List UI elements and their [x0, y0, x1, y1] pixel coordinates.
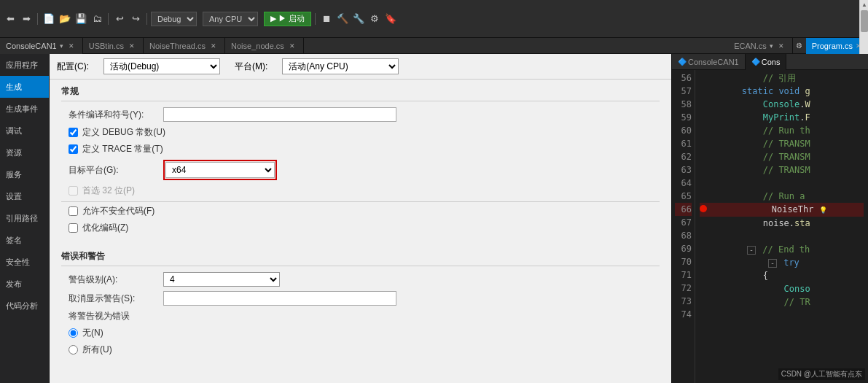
code-line-71: {	[700, 269, 864, 282]
lightbulb-icon: 💡	[819, 206, 827, 214]
redo-icon[interactable]: ↪	[128, 12, 143, 26]
line-num-66: 66	[675, 203, 692, 216]
line-num-59: 59	[675, 111, 692, 124]
breakpoint-dot-66	[700, 205, 707, 212]
stop-icon[interactable]: ⏹	[319, 12, 334, 26]
sidebar-item-build-label: 生成	[6, 82, 22, 93]
define-debug-checkbox[interactable]	[69, 128, 78, 137]
toolbar-separator-2	[108, 13, 109, 25]
build-icon[interactable]: 🔨	[335, 12, 350, 26]
code-line-67: noise.sta	[700, 217, 864, 230]
sidebar-item-refpaths[interactable]: 引用路径	[0, 207, 49, 229]
sidebar-item-events-label: 生成事件	[6, 104, 38, 115]
start-label: ▶ 启动	[278, 13, 305, 24]
comment-61: // TRANSM	[763, 139, 810, 149]
fold-icon-70[interactable]: -	[768, 259, 777, 268]
open-icon[interactable]: 📂	[58, 12, 72, 26]
tab-noise-node-close[interactable]: ✕	[287, 41, 297, 51]
code-67: noise.	[763, 218, 794, 228]
code-line-64	[700, 177, 864, 190]
conditional-compile-input[interactable]	[163, 107, 396, 122]
sidebar-item-publish-label: 发布	[6, 279, 22, 290]
code-tab-consoleCAN1[interactable]: 🔷 ConsoleCAN1	[672, 54, 746, 70]
code-line-57: static void g	[700, 85, 864, 98]
start-button[interactable]: ▶ ▶ 启动	[264, 12, 311, 26]
code-line-65: // Run a	[700, 190, 864, 203]
all-radio-row: 所有(U)	[61, 344, 660, 356]
sidebar-item-services[interactable]: 服务	[0, 163, 49, 185]
tab-usbtin[interactable]: USBtin.cs ✕	[83, 38, 144, 54]
rebuild-icon[interactable]: 🔧	[351, 12, 366, 26]
sidebar-item-events[interactable]: 生成事件	[0, 98, 49, 120]
tab-consoleCAN1[interactable]: ConsoleCAN1 ▾ ✕	[0, 38, 83, 54]
sidebar-item-publish[interactable]: 发布	[0, 273, 49, 295]
define-trace-checkbox[interactable]	[69, 144, 78, 154]
sidebar-item-app-label: 应用程序	[6, 60, 38, 71]
tab-noise-node[interactable]: Noise_node.cs ✕	[225, 38, 304, 54]
tab-noisethread-close[interactable]: ✕	[208, 41, 219, 51]
prefer32-label: 首选 32 位(P)	[82, 185, 135, 197]
platform-label: 平台(M):	[235, 61, 267, 73]
define-debug-row: 定义 DEBUG 常数(U)	[61, 126, 660, 139]
forward-icon[interactable]: ➡	[19, 12, 34, 26]
tab-usbtin-close[interactable]: ✕	[127, 41, 137, 51]
back-icon[interactable]: ⬅	[3, 12, 17, 26]
separator-1	[61, 201, 660, 202]
comment-65: // Run a	[763, 191, 805, 201]
tab-ecan-arrow: ▾	[770, 42, 773, 50]
new-file-icon[interactable]: 📄	[42, 12, 56, 26]
sidebar: 应用程序 生成 生成事件 调试 资源 服务 设置 引用路径 签名 安全性 发布	[0, 54, 50, 383]
anycpu-dropdown[interactable]: Any CPU	[203, 12, 258, 26]
sidebar-item-security[interactable]: 安全性	[0, 251, 49, 273]
comment-60: // Run th	[763, 125, 810, 136]
all-radio[interactable]	[69, 345, 78, 355]
optimize-checkbox[interactable]	[69, 223, 78, 233]
config-icon[interactable]: ⚙	[367, 12, 382, 26]
code-tab-cons[interactable]: 🔷 Cons	[746, 54, 787, 70]
code-tab-bar: 🔷 ConsoleCAN1 🔷 Cons	[672, 54, 868, 70]
tab-noisethread[interactable]: NoiseThread.cs ✕	[144, 38, 225, 54]
line-num-64: 64	[675, 177, 692, 190]
line-num-68: 68	[675, 229, 692, 242]
none-radio-row: 无(N)	[61, 327, 660, 339]
config-dropdown[interactable]: 活动(Debug)	[103, 58, 220, 74]
sidebar-item-app[interactable]: 应用程序	[0, 54, 49, 76]
save-icon[interactable]: 💾	[74, 12, 88, 26]
target-platform-row: 目标平台(G): x64 Any CPU x86	[61, 160, 660, 180]
sidebar-item-build[interactable]: 生成	[0, 76, 49, 98]
save-all-icon[interactable]: 🗂	[90, 12, 104, 26]
line-num-61: 61	[675, 137, 692, 150]
sidebar-item-debug[interactable]: 调试	[0, 120, 49, 142]
tab-ecan-close[interactable]: ✕	[776, 41, 786, 51]
platform-dropdown[interactable]: 活动(Any CPU)	[282, 58, 399, 74]
tab-gear-icon[interactable]: ⚙	[793, 39, 806, 53]
tab-consoleCAN1-label: ConsoleCAN1	[6, 42, 57, 50]
suppress-warnings-input[interactable]	[163, 291, 396, 306]
tab-consoleCAN1-close[interactable]: ✕	[66, 41, 77, 51]
debug-config-dropdown[interactable]: Debug	[151, 12, 197, 26]
none-radio[interactable]	[69, 328, 78, 338]
target-platform-select[interactable]: x64 Any CPU x86	[165, 162, 275, 178]
warning-level-select[interactable]: 4	[163, 272, 280, 287]
bookmark-icon[interactable]: 🔖	[383, 12, 398, 26]
tab-ecan[interactable]: ECAN.cs ▾ ✕	[728, 38, 793, 54]
comment-56: // 引用	[763, 73, 797, 83]
config-bar: 配置(C): 活动(Debug) 平台(M): 活动(Any CPU)	[50, 54, 671, 80]
undo-icon[interactable]: ↩	[112, 12, 127, 26]
line-num-65: 65	[675, 190, 692, 203]
sidebar-item-refpaths-label: 引用路径	[6, 213, 38, 224]
fold-icon-69[interactable]: -	[747, 246, 756, 255]
main-area: 应用程序 生成 生成事件 调试 资源 服务 设置 引用路径 签名 安全性 发布	[0, 54, 868, 383]
comment-69: // End th	[762, 244, 810, 255]
allow-unsafe-row: 允许不安全代码(F)	[61, 205, 660, 217]
general-section-title: 常规	[61, 85, 660, 101]
sidebar-item-signing[interactable]: 签名	[0, 229, 49, 251]
sidebar-item-codeanalysis[interactable]: 代码分析	[0, 295, 49, 317]
allow-unsafe-checkbox[interactable]	[69, 206, 78, 216]
sidebar-item-settings[interactable]: 设置	[0, 185, 49, 207]
optimize-row: 优化编码(Z)	[61, 222, 660, 234]
sidebar-item-resources[interactable]: 资源	[0, 142, 49, 163]
comment-73: // TR	[784, 297, 810, 307]
code-line-73: // TR	[700, 295, 864, 309]
code-line-69: - // End th	[700, 243, 864, 256]
